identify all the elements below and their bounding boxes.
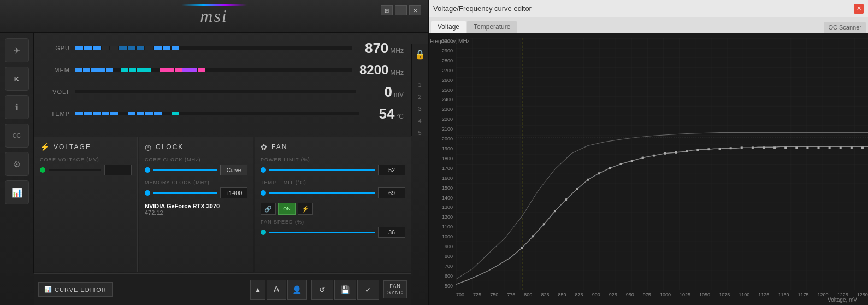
gpu-bar-seg-7 — [128, 46, 135, 50]
vf-close-button[interactable]: ✕ — [854, 4, 864, 14]
on-toggle[interactable]: ON — [278, 203, 296, 215]
vf-tabs-left: Voltage Temperature — [431, 21, 517, 33]
auto-fan-icon[interactable]: ⚡ — [298, 203, 313, 215]
save-button[interactable]: 💾 — [334, 280, 356, 300]
gpu-bar-seg-9 — [145, 46, 153, 50]
temp-seg-10 — [154, 112, 162, 115]
win-grid-button[interactable]: ⊞ — [381, 5, 393, 15]
temp-limit-track[interactable] — [269, 192, 375, 194]
mem-seg-7 — [121, 68, 128, 72]
power-limit-row: POWER LIMIT (%) 52 — [261, 157, 405, 175]
y-label-1200: 1200 — [429, 214, 455, 220]
y-label-2200: 2200 — [429, 116, 455, 122]
profile-3[interactable]: 3 — [418, 105, 421, 112]
sidebar-icon-settings[interactable]: ⚙ — [5, 152, 29, 176]
metric-row-gpu: GPU 870 MHz — [42, 39, 404, 57]
arrow-up-button[interactable]: ▲ — [250, 280, 265, 300]
reset-button[interactable]: ↺ — [311, 280, 333, 300]
x-label-1150: 1150 — [778, 292, 789, 297]
fan-speed-track[interactable] — [269, 232, 375, 233]
gpu-bar-seg-4 — [102, 46, 109, 50]
y-label-2700: 2700 — [429, 68, 455, 73]
memory-clock-value: +1400 — [220, 187, 247, 198]
temp-value: 54 — [362, 105, 395, 122]
profile-5[interactable]: 5 — [418, 130, 421, 136]
apply-button[interactable]: ✓ — [357, 280, 379, 300]
mem-seg-3 — [91, 68, 98, 72]
mem-label: MEM — [42, 67, 70, 73]
oc-scanner-button[interactable]: OC Scanner — [824, 22, 866, 33]
core-clock-track[interactable] — [153, 169, 217, 171]
mem-seg-1 — [75, 68, 82, 72]
sidebar-icon-plane[interactable]: ✈ — [5, 38, 29, 62]
tab-voltage[interactable]: Voltage — [431, 21, 466, 33]
clock-panel-title: ◷ CLOCK — [145, 143, 247, 151]
memory-clock-track[interactable] — [153, 192, 217, 194]
mem-seg-10 — [144, 68, 151, 72]
voltage-panel-title: ⚡ VOLTAGE — [40, 143, 132, 151]
curve-button[interactable]: Curve — [220, 165, 247, 175]
svg-rect-9 — [598, 172, 600, 174]
fan-icon: ✿ — [261, 143, 268, 151]
bottom-bar: 📊 CURVE EDITOR ▲ A 👤 ↺ 💾 ✓ FAN SYNC — [34, 273, 411, 305]
sidebar-icon-oc[interactable]: OC — [5, 124, 29, 148]
temp-seg-1 — [75, 112, 83, 115]
svg-rect-25 — [773, 146, 776, 149]
sidebar-icon-info[interactable]: ℹ — [5, 95, 29, 119]
win-close-button[interactable]: ✕ — [409, 5, 421, 15]
gpu-unit: MHz — [390, 47, 404, 55]
svg-rect-13 — [642, 157, 644, 159]
volt-bar — [75, 90, 356, 93]
gpu-bar-seg-5 — [110, 46, 118, 50]
core-voltage-track[interactable] — [49, 169, 101, 171]
x-label-1075: 1075 — [719, 292, 730, 297]
profile-1[interactable]: 1 — [418, 81, 421, 88]
profile-4[interactable]: 4 — [418, 118, 421, 124]
x-label-775: 775 — [507, 292, 515, 297]
temp-limit-label: TEMP LIMIT (°C) — [261, 180, 405, 185]
sidebar-icon-chart[interactable]: 📊 — [5, 180, 29, 204]
svg-rect-33 — [861, 146, 864, 149]
lock-icon[interactable]: 🔒 — [415, 49, 426, 60]
profile-2[interactable]: 2 — [418, 93, 421, 100]
mem-seg-15 — [182, 68, 190, 72]
vf-titlebar: Voltage/Frequency curve editor ✕ — [429, 0, 868, 17]
temp-seg-8 — [137, 112, 144, 115]
y-label-2900: 2900 — [429, 48, 455, 54]
sidebar-icon-k[interactable]: K — [5, 67, 29, 91]
fan-panel: ✿ FAN POWER LIMIT (%) 52 TEMP LIMIT (°C)… — [255, 137, 411, 272]
power-limit-value: 52 — [378, 165, 405, 175]
profile-numbers: 1 2 3 4 5 — [418, 81, 421, 136]
fan-speed-label: FAN SPEED (%) — [261, 219, 405, 225]
y-label-1600: 1600 — [429, 175, 455, 181]
frequency-chart — [456, 38, 868, 290]
a-button[interactable]: A — [267, 280, 286, 300]
y-label-1100: 1100 — [429, 224, 455, 230]
fan-sync-button[interactable]: FAN SYNC — [383, 280, 407, 298]
y-label-2000: 2000 — [429, 136, 455, 142]
link-icon[interactable]: 🔗 — [261, 203, 276, 215]
temp-unit: °C — [397, 113, 404, 120]
x-axis-label: Voltage, mV — [828, 297, 857, 303]
mem-bar-container — [75, 68, 352, 72]
fan-panel-title: ✿ FAN — [261, 143, 405, 151]
power-limit-track[interactable] — [269, 169, 375, 171]
svg-rect-0 — [456, 38, 868, 290]
x-label-750: 750 — [490, 292, 498, 297]
svg-rect-29 — [818, 146, 820, 149]
tab-temperature[interactable]: Temperature — [467, 21, 517, 33]
metric-row-volt: VOLT 0 mV — [42, 83, 404, 101]
y-label-900: 900 — [429, 244, 455, 249]
curve-editor-button[interactable]: 📊 CURVE EDITOR — [38, 282, 113, 297]
user-button[interactable]: 👤 — [287, 280, 307, 300]
volt-unit: mV — [394, 91, 404, 98]
y-label-1000: 1000 — [429, 234, 455, 239]
window-controls: ⊞ — ✕ — [381, 5, 421, 15]
y-label-1500: 1500 — [429, 185, 455, 191]
gpu-bar-seg-3 — [93, 46, 101, 50]
svg-rect-22 — [741, 146, 743, 149]
core-clock-label: CORE CLOCK (MHz) — [145, 157, 247, 162]
win-minimize-button[interactable]: — — [395, 5, 407, 15]
svg-rect-15 — [664, 152, 666, 155]
fan-toggle-row: 🔗 ON ⚡ — [261, 203, 405, 215]
